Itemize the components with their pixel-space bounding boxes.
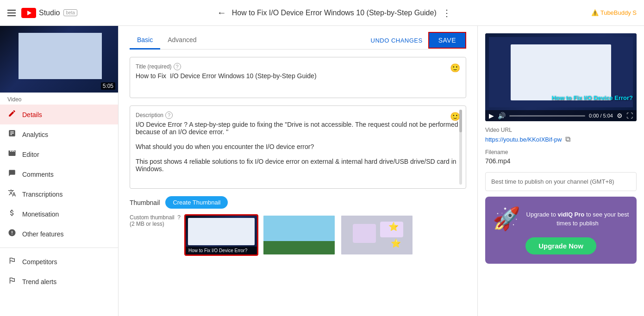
- sidebar-item-other-features-label: Other features: [22, 230, 64, 238]
- thumbnail-option-3[interactable]: ⭐ ⭐: [340, 214, 414, 256]
- undo-changes-button[interactable]: UNDO CHANGES: [371, 37, 423, 44]
- publish-time-label: Best time to publish on your channel (GM…: [491, 178, 614, 185]
- video-thumbnail-preview: How to Fix I/O Device Error?: [485, 33, 637, 121]
- sidebar-item-editor[interactable]: Editor: [0, 144, 118, 164]
- video-url-section: Video URL https://youtu.be/KKoIXBif-pw ⧉: [485, 127, 637, 143]
- thumbnail-options-row: Custom thumbnail (2 MB or less) ? How to…: [130, 214, 466, 256]
- sidebar-section-label: Video: [0, 93, 118, 105]
- competitors-icon: [7, 256, 17, 267]
- description-emoji-button[interactable]: 🙂: [450, 112, 460, 122]
- sidebar-item-trend-alerts-label: Trend alerts: [22, 278, 56, 285]
- title-help-icon[interactable]: ?: [174, 63, 181, 70]
- video-controls: ▶ 🔊 0:00 / 5:04 ⚙ ⛶: [485, 110, 637, 121]
- tubebuddy-label: TubeBuddy S: [600, 9, 637, 16]
- video-url-row: https://youtu.be/KKoIXBif-pw ⧉: [485, 135, 637, 143]
- video-url-label: Video URL: [485, 127, 637, 133]
- hamburger-menu[interactable]: [7, 10, 16, 16]
- save-button[interactable]: SAVE: [428, 32, 466, 49]
- custom-thumb-label: Custom thumbnail (2 MB or less) ?: [130, 214, 181, 227]
- sidebar-item-transcriptions[interactable]: Transcriptions: [0, 184, 118, 204]
- header-center: ← How to Fix I/O Device Error Windows 10…: [85, 7, 584, 19]
- tab-basic[interactable]: Basic: [130, 31, 160, 50]
- title-emoji-button[interactable]: 🙂: [450, 63, 460, 73]
- header: Studio beta ← How to Fix I/O Device Erro…: [0, 0, 644, 26]
- thumbnail-header: Thumbnail Create Thumbnail: [130, 196, 466, 209]
- thumbnail-label: Thumbnail: [130, 199, 160, 206]
- rocket-icon: 🚀: [493, 206, 520, 232]
- create-thumbnail-button[interactable]: Create Thumbnail: [165, 196, 228, 209]
- upgrade-text: Upgrade to vidIQ Pro to see your best ti…: [526, 210, 629, 228]
- copy-url-button[interactable]: ⧉: [565, 135, 570, 143]
- thumb-1-overlay: How to Fix I/O Device Error?: [186, 247, 257, 254]
- upgrade-content: 🚀 Upgrade to vidIQ Pro to see your best …: [493, 206, 629, 232]
- video-info-panel: How to Fix I/O Device Error? ▶ 🔊 0:00 / …: [477, 26, 644, 316]
- description-help-icon[interactable]: ?: [165, 112, 173, 119]
- description-label: Description ?: [136, 112, 460, 119]
- upgrade-now-button[interactable]: Upgrade Now: [525, 237, 596, 254]
- sidebar-item-competitors-label: Competitors: [22, 258, 57, 266]
- sidebar-item-comments[interactable]: Comments: [0, 164, 118, 184]
- sidebar-item-comments-label: Comments: [22, 171, 54, 178]
- upgrade-product-name: vidIQ Pro: [558, 211, 585, 218]
- beta-badge: beta: [63, 9, 77, 16]
- tabs-bar: Basic Advanced UNDO CHANGES SAVE: [130, 26, 466, 50]
- title-field-box: Title (required) ? How to Fix I/O Device…: [130, 57, 466, 98]
- sidebar-item-details-label: Details: [22, 111, 42, 118]
- youtube-icon: [21, 8, 36, 18]
- filename-label: Filename: [485, 149, 637, 155]
- analytics-icon: [7, 129, 17, 140]
- sidebar-item-monetisation[interactable]: Monetisation: [0, 204, 118, 224]
- editor-icon: [7, 149, 17, 160]
- video-preview-box: How to Fix I/O Device Error? ▶ 🔊 0:00 / …: [485, 33, 637, 121]
- sidebar-item-analytics-label: Analytics: [22, 131, 48, 138]
- sidebar-item-other-features[interactable]: Other features: [0, 224, 118, 244]
- main-inner: Basic Advanced UNDO CHANGES SAVE Title (…: [119, 26, 644, 316]
- play-button[interactable]: ▶: [489, 112, 494, 119]
- fullscreen-button[interactable]: ⛶: [626, 112, 633, 119]
- tubebuddy-warning-icon: ⚠️: [591, 9, 599, 16]
- details-icon: [7, 109, 17, 120]
- video-title-overlay: How to Fix I/O Device Error?: [485, 91, 637, 105]
- logo: Studio beta: [21, 8, 77, 18]
- title-field-group: Title (required) ? How to Fix I/O Device…: [130, 57, 466, 98]
- sidebar-item-transcriptions-label: Transcriptions: [22, 191, 63, 198]
- description-input[interactable]: I/O Device Error ? A step-by-step guide …: [136, 121, 460, 173]
- thumbnail-option-2[interactable]: [262, 214, 336, 256]
- tab-actions: UNDO CHANGES SAVE: [371, 32, 467, 49]
- description-field-box: Description ? I/O Device Error ? A step-…: [130, 105, 466, 189]
- sidebar-item-monetisation-label: Monetisation: [22, 211, 59, 218]
- filename-section: Filename 706.mp4: [485, 149, 637, 165]
- sidebar-item-details[interactable]: Details: [0, 105, 118, 124]
- upgrade-text-prefix: Upgrade to: [526, 211, 558, 218]
- more-options-button[interactable]: ⋮: [442, 7, 451, 19]
- monetisation-icon: [7, 209, 17, 219]
- sidebar-item-trend-alerts[interactable]: Trend alerts: [0, 272, 118, 291]
- thumbnail-section: Thumbnail Create Thumbnail Custom thumbn…: [130, 196, 466, 256]
- upgrade-box: 🚀 Upgrade to vidIQ Pro to see your best …: [485, 197, 637, 264]
- sidebar-item-analytics[interactable]: Analytics: [0, 124, 118, 144]
- mute-button[interactable]: 🔊: [498, 112, 506, 119]
- video-duration: 5:05: [101, 82, 115, 90]
- settings-button[interactable]: ⚙: [617, 112, 623, 119]
- thumbnail-option-1[interactable]: How to Fix I/O Device Error?: [184, 214, 258, 256]
- filename-value: 706.mp4: [485, 157, 637, 165]
- content: 5:05 Video Details Analytics: [0, 26, 644, 316]
- tab-advanced[interactable]: Advanced: [160, 31, 204, 50]
- sidebar: 5:05 Video Details Analytics: [0, 26, 119, 316]
- main-content: Basic Advanced UNDO CHANGES SAVE Title (…: [119, 26, 644, 316]
- header-left: Studio beta: [7, 8, 77, 18]
- custom-thumb-help-icon[interactable]: ?: [177, 214, 181, 221]
- trend-alerts-icon: [7, 276, 17, 287]
- back-button[interactable]: ←: [217, 7, 226, 18]
- title-input[interactable]: How to Fix I/O Device Error Windows 10 (…: [136, 72, 460, 91]
- description-field-group: Description ? I/O Device Error ? A step-…: [130, 105, 466, 189]
- editor-panel: Basic Advanced UNDO CHANGES SAVE Title (…: [119, 26, 477, 316]
- sidebar-item-competitors[interactable]: Competitors: [0, 252, 118, 272]
- header-right: ⚠️ TubeBuddy S: [591, 9, 637, 16]
- transcriptions-icon: [7, 189, 17, 199]
- comments-icon: [7, 169, 17, 180]
- progress-bar[interactable]: [509, 115, 585, 117]
- sidebar-video-preview: 5:05: [0, 26, 118, 93]
- sidebar-divider: [0, 248, 118, 248]
- video-url-link[interactable]: https://youtu.be/KKoIXBif-pw: [485, 136, 562, 143]
